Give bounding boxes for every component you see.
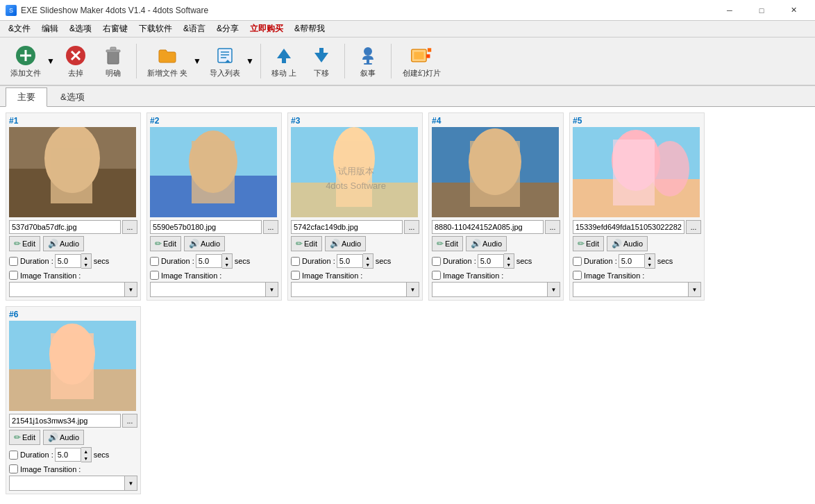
transition-select-2[interactable]: ▼ — [150, 282, 278, 297]
audio-button-4[interactable]: 🔊 Audio — [466, 236, 507, 251]
transition-select-6[interactable]: ▼ — [9, 476, 137, 491]
slide-filename-3[interactable] — [291, 220, 403, 234]
transition-checkbox-6[interactable] — [9, 464, 18, 473]
spinner-down-1[interactable]: ▼ — [81, 261, 91, 268]
select-arrow-2[interactable]: ▼ — [265, 283, 278, 296]
menu-download[interactable]: 下载软件 — [133, 22, 178, 36]
clear-button[interactable]: 明确 — [96, 40, 131, 82]
audio-button-1[interactable]: 🔊 Audio — [43, 236, 84, 251]
slide-file-row-2: ... — [150, 220, 278, 234]
spinner-down-3[interactable]: ▼ — [363, 261, 373, 268]
close-button[interactable]: ✕ — [778, 0, 809, 21]
spinner-up-1[interactable]: ▲ — [81, 254, 91, 261]
edit-button-5[interactable]: ✏ Edit — [573, 236, 604, 251]
menu-options[interactable]: &选项 — [64, 22, 97, 36]
edit-button-3[interactable]: ✏ Edit — [291, 236, 322, 251]
new-folder-dropdown[interactable]: ▼ — [192, 40, 202, 82]
import-list-dropdown[interactable]: ▼ — [245, 40, 255, 82]
transition-select-3[interactable]: ▼ — [291, 282, 419, 297]
transition-checkbox-5[interactable] — [573, 271, 582, 280]
edit-button-2[interactable]: ✏ Edit — [150, 236, 181, 251]
duration-value-6[interactable] — [55, 448, 81, 462]
duration-checkbox-1[interactable] — [9, 257, 18, 266]
add-file-dropdown[interactable]: ▼ — [46, 40, 56, 82]
transition-checkbox-4[interactable] — [432, 271, 441, 280]
spinner-down-4[interactable]: ▼ — [504, 261, 514, 268]
duration-value-5[interactable] — [619, 254, 645, 268]
duration-checkbox-4[interactable] — [432, 257, 441, 266]
spinner-down-6[interactable]: ▼ — [81, 455, 91, 462]
spinner-up-6[interactable]: ▲ — [81, 448, 91, 455]
browse-button-2[interactable]: ... — [263, 220, 278, 234]
duration-checkbox-2[interactable] — [150, 257, 159, 266]
menu-share[interactable]: &分享 — [211, 22, 244, 36]
edit-button-4[interactable]: ✏ Edit — [432, 236, 463, 251]
select-arrow-1[interactable]: ▼ — [124, 283, 137, 296]
select-arrow-3[interactable]: ▼ — [406, 283, 419, 296]
duration-value-3[interactable] — [337, 254, 363, 268]
maximize-button[interactable]: □ — [746, 0, 778, 21]
menu-file[interactable]: &文件 — [3, 22, 36, 36]
transition-select-5[interactable]: ▼ — [573, 282, 701, 297]
menu-edit[interactable]: 编辑 — [36, 22, 64, 36]
duration-value-2[interactable] — [196, 254, 222, 268]
edit-icon-4: ✏ — [437, 239, 444, 249]
add-file-button[interactable]: 添加文件 — [6, 40, 46, 82]
select-arrow-5[interactable]: ▼ — [688, 283, 700, 296]
transition-checkbox-3[interactable] — [291, 271, 300, 280]
transition-select-1[interactable]: ▼ — [9, 282, 137, 297]
tab-main[interactable]: 主要 — [6, 87, 47, 107]
browse-button-1[interactable]: ... — [122, 220, 137, 234]
spinner-up-4[interactable]: ▲ — [504, 254, 514, 261]
edit-button-6[interactable]: ✏ Edit — [9, 430, 40, 445]
audio-button-5[interactable]: 🔊 Audio — [607, 236, 648, 251]
duration-checkbox-3[interactable] — [291, 257, 300, 266]
audio-button-6[interactable]: 🔊 Audio — [43, 430, 84, 445]
svg-rect-8 — [110, 47, 116, 50]
duration-checkbox-6[interactable] — [9, 451, 18, 460]
browse-button-6[interactable]: ... — [122, 414, 137, 428]
move-up-button[interactable]: 移动 上 — [267, 40, 301, 82]
move-down-button[interactable]: 下移 — [304, 40, 339, 82]
audio-button-2[interactable]: 🔊 Audio — [184, 236, 225, 251]
select-arrow-4[interactable]: ▼ — [547, 283, 560, 296]
narrate-button[interactable]: 叙事 — [351, 40, 385, 82]
browse-button-4[interactable]: ... — [545, 220, 560, 234]
slide-filename-6[interactable] — [9, 414, 121, 428]
tab-options[interactable]: &选项 — [49, 87, 96, 106]
spinner-up-2[interactable]: ▲ — [222, 254, 232, 261]
audio-button-3[interactable]: 🔊 Audio — [325, 236, 366, 251]
edit-label-1: Edit — [22, 240, 35, 248]
transition-checkbox-1[interactable] — [9, 271, 18, 280]
slide-filename-5[interactable] — [573, 220, 684, 234]
slide-filename-2[interactable] — [150, 220, 262, 234]
create-slideshow-button[interactable]: 创建幻灯片 — [397, 40, 446, 82]
menu-language[interactable]: &语言 — [178, 22, 211, 36]
menu-buy[interactable]: 立即购买 — [244, 22, 289, 36]
spinner-up-5[interactable]: ▲ — [645, 254, 655, 261]
narrate-icon — [357, 44, 379, 67]
browse-button-3[interactable]: ... — [404, 220, 419, 234]
transition-checkbox-2[interactable] — [150, 271, 159, 280]
duration-checkbox-5[interactable] — [573, 257, 582, 266]
select-arrow-6[interactable]: ▼ — [124, 476, 137, 490]
spinner-down-2[interactable]: ▼ — [222, 261, 232, 268]
menu-help[interactable]: &帮帮我 — [289, 22, 330, 36]
edit-button-1[interactable]: ✏ Edit — [9, 236, 40, 251]
spinner-up-3[interactable]: ▲ — [363, 254, 373, 261]
minimize-button[interactable]: ─ — [714, 0, 746, 21]
slide-filename-4[interactable] — [432, 220, 544, 234]
spinner-down-5[interactable]: ▼ — [645, 261, 655, 268]
menu-rightkey[interactable]: 右窗键 — [97, 22, 133, 36]
duration-value-4[interactable] — [478, 254, 504, 268]
title-bar: S EXE Slideshow Maker 4dots V1.4 - 4dots… — [0, 0, 815, 21]
browse-button-5[interactable]: ... — [686, 220, 701, 234]
slide-filename-1[interactable] — [9, 220, 121, 234]
duration-row-5: Duration : ▲ ▼ secs — [573, 253, 701, 269]
secs-label-6: secs — [94, 451, 110, 459]
new-folder-button[interactable]: 新增文件 夹 — [142, 40, 192, 82]
remove-button[interactable]: 去掉 — [58, 40, 93, 82]
duration-value-1[interactable] — [55, 254, 81, 268]
import-list-button[interactable]: 导入列表 — [205, 40, 245, 82]
transition-select-4[interactable]: ▼ — [432, 282, 560, 297]
